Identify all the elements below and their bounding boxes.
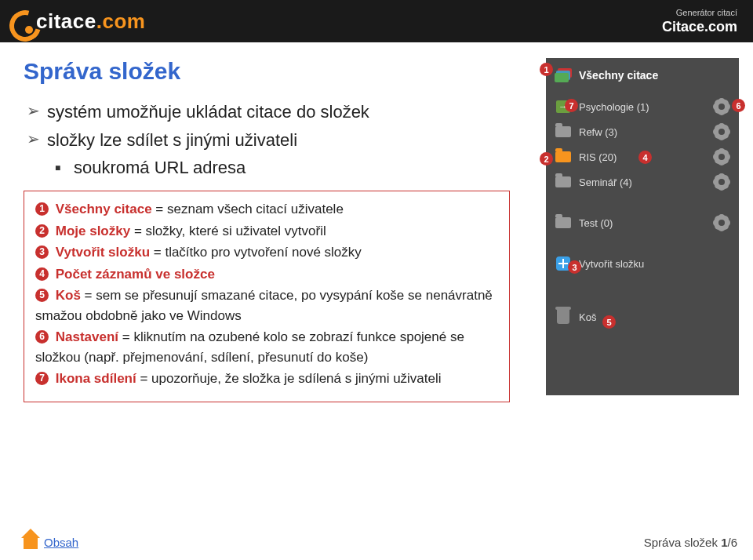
marker-2-icon: 2 (35, 224, 49, 238)
page-title: Správa složek (24, 58, 530, 85)
logo: citace.com (9, 9, 145, 34)
header-right: Generátor citací Citace.com (662, 8, 737, 35)
sidebar-folder-item[interactable]: Test (0) (546, 210, 739, 235)
footer-right: Správa složek 1/6 (644, 536, 737, 549)
sidebar-label: Refw (3) (579, 126, 712, 138)
logo-suffix: .com (96, 9, 146, 33)
bullet-item: složky lze sdílet s jinými uživateli (27, 129, 530, 152)
marker-5-icon: 5 (35, 289, 49, 302)
gear-icon[interactable] (712, 216, 731, 230)
annotation-marker-1: 1 (540, 63, 553, 76)
legend-text: = složky, které si uživatel vytvořil (130, 224, 326, 238)
annotation-marker-5: 5 (602, 315, 616, 329)
legend-key: Ikona sdílení (56, 371, 136, 386)
legend-line: 2 Moje složky = složky, které si uživate… (35, 221, 498, 242)
page-total: 6 (731, 536, 737, 549)
annotation-marker-4: 4 (638, 151, 652, 164)
legend-key: Koš (56, 288, 81, 303)
sidebar-label: Test (0) (579, 217, 712, 229)
folder-icon (554, 213, 573, 232)
legend-line: 4 Počet záznamů ve složce (35, 264, 498, 285)
legend-key: Moje složky (56, 224, 130, 238)
legend-line: 1 Všechny citace = seznam všech citací u… (35, 199, 498, 220)
marker-3-icon: 3 (35, 245, 49, 259)
trash-icon (554, 307, 573, 326)
legend-text: = sem se přesunují smazané citace, po vy… (35, 288, 493, 323)
sidebar-label: Vytvořit složku (579, 258, 731, 270)
content-area: Správa složek systém umožňuje ukládat ci… (24, 58, 530, 402)
legend-text: = seznam všech citací uživatele (152, 202, 344, 216)
bullet-item: systém umožňuje ukládat citace do složek (27, 100, 530, 124)
legend-key: Nastavení (56, 329, 118, 344)
sidebar-folder-item[interactable]: Seminář (4) (546, 169, 739, 195)
legend-line: 3 Vytvořit složku = tlačítko pro vytvoře… (35, 242, 498, 263)
bullet-list: systém umožňuje ukládat citace do složek… (27, 100, 530, 180)
gear-icon[interactable] (712, 175, 731, 189)
footer: Obsah Správa složek 1/6 (0, 536, 753, 549)
annotation-marker-2: 2 (540, 152, 553, 165)
folder-icon (554, 147, 573, 166)
marker-7-icon: 7 (35, 372, 49, 385)
bullet-sub-item: soukromá URL adresa (55, 156, 530, 180)
sidebar-label: Seminář (4) (579, 176, 712, 188)
legend-line: 6 Nastavení = kliknutím na ozubené kolo … (35, 327, 498, 367)
footer-left: Obsah (24, 536, 78, 549)
app-header: citace.com Generátor citací Citace.com (0, 0, 753, 42)
gear-icon[interactable] (712, 100, 731, 114)
marker-6-icon: 6 (35, 330, 49, 344)
contents-link[interactable]: Obsah (44, 536, 78, 549)
annotation-marker-3: 3 (568, 260, 581, 274)
sidebar-label: Všechny citace (579, 69, 731, 82)
legend-line: 5 Koš = sem se přesunují smazané citace,… (35, 285, 498, 325)
folder-sidebar: Všechny citace Psychologie (1) Refw (3) … (546, 58, 739, 395)
legend-text: = tlačítko pro vytvoření nové složky (150, 245, 362, 260)
legend-text: = upozorňuje, že složka je sdílená s jin… (136, 371, 442, 386)
marker-1-icon: 1 (35, 202, 49, 216)
gear-icon[interactable] (712, 150, 731, 164)
annotation-marker-7: 7 (565, 99, 578, 112)
sidebar-all-citations[interactable]: Všechny citace (546, 63, 739, 88)
sidebar-label: Psychologie (1) (579, 101, 712, 113)
legend-key: Vytvořit složku (56, 245, 150, 260)
sidebar-folder-item[interactable]: Refw (3) (546, 119, 739, 144)
logo-icon (9, 10, 31, 32)
header-subtitle: Generátor citací (662, 8, 737, 17)
footer-label: Správa složek (644, 536, 721, 549)
gear-icon[interactable] (712, 125, 731, 139)
folder-stack-icon (554, 66, 573, 85)
folder-icon (554, 122, 573, 141)
home-icon[interactable] (24, 536, 38, 549)
logo-main: citace (36, 9, 96, 33)
folder-icon (554, 173, 573, 191)
logo-text: citace.com (36, 9, 145, 34)
legend-key: Všechny citace (56, 202, 152, 216)
marker-4-icon: 4 (35, 267, 49, 281)
header-title: Citace.com (662, 19, 737, 35)
legend-box: 1 Všechny citace = seznam všech citací u… (24, 191, 510, 402)
sidebar-trash[interactable]: Koš (546, 304, 739, 329)
annotation-marker-6: 6 (732, 99, 745, 112)
legend-line: 7 Ikona sdílení = upozorňuje, že složka … (35, 369, 498, 389)
legend-key: Počet záznamů ve složce (56, 267, 215, 282)
